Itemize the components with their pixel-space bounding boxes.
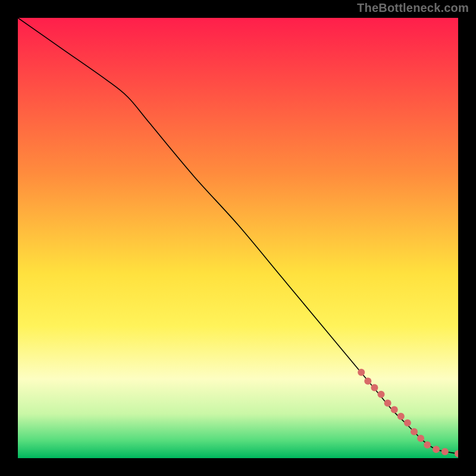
plot-area [18, 18, 458, 458]
point [441, 448, 449, 455]
gradient-background [18, 18, 458, 458]
point [391, 406, 398, 414]
chart-svg [18, 18, 458, 458]
point [384, 400, 392, 407]
point [411, 428, 418, 436]
point [417, 435, 424, 442]
point [433, 446, 440, 453]
point [404, 419, 411, 427]
chart-frame: TheBottleneck.com [0, 0, 476, 476]
point [371, 384, 378, 392]
point [358, 369, 365, 376]
point [378, 391, 385, 398]
point [424, 441, 431, 449]
point [397, 413, 405, 420]
attribution-text: TheBottleneck.com [357, 1, 469, 15]
point [364, 378, 371, 385]
